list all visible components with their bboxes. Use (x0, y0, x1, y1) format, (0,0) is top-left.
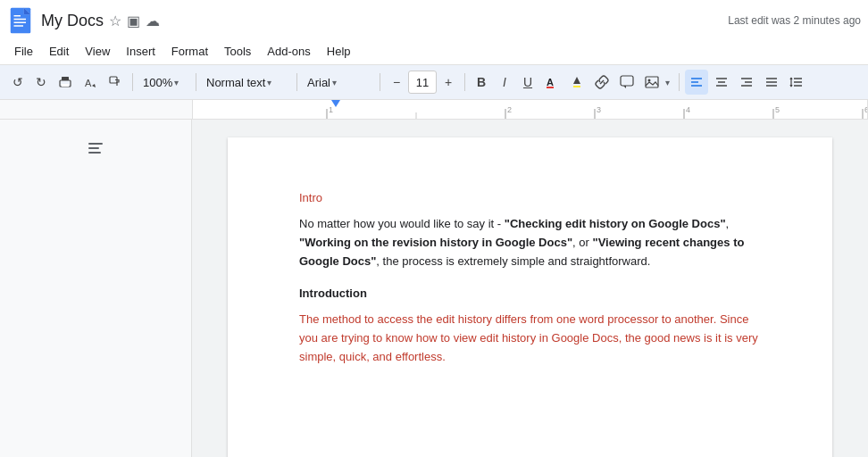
font-size-area: − + (386, 70, 459, 95)
svg-rect-3 (14, 22, 27, 24)
font-chevron: ▾ (332, 78, 337, 87)
link-button[interactable] (590, 70, 613, 95)
svg-text:6: 6 (864, 105, 867, 114)
style-select[interactable]: Normal text ▾ (202, 70, 291, 95)
folder-icon[interactable]: ▣ (127, 12, 140, 29)
svg-text:4: 4 (686, 105, 690, 114)
last-edit-text: Last edit was 2 minutes ago (728, 14, 861, 27)
svg-rect-2 (14, 19, 27, 21)
align-right-button[interactable] (735, 70, 758, 95)
divider-2 (196, 73, 196, 91)
cloud-icon[interactable]: ☁ (146, 12, 160, 29)
google-docs-logo (7, 7, 34, 34)
sidebar (0, 120, 192, 457)
toolbar: ↺ ↻ A 100% ▾ Normal text ▾ Arial ▾ − + B… (0, 64, 868, 100)
menu-addons[interactable]: Add-ons (260, 41, 317, 62)
image-chevron[interactable]: ▾ (665, 78, 670, 87)
menu-help[interactable]: Help (320, 41, 358, 62)
zoom-value: 100% (143, 76, 172, 89)
svg-rect-51 (88, 152, 101, 154)
doc-title[interactable]: My Docs (41, 12, 104, 30)
svg-rect-16 (621, 76, 633, 86)
undo-button[interactable]: ↺ (7, 70, 29, 95)
svg-text:2: 2 (507, 105, 512, 114)
menu-tools[interactable]: Tools (217, 41, 258, 62)
svg-marker-17 (623, 86, 626, 88)
zoom-select[interactable]: 100% ▾ (138, 70, 190, 95)
comment-button[interactable] (615, 70, 638, 95)
italic-button[interactable]: I (494, 70, 515, 95)
style-value: Normal text (206, 76, 265, 89)
menu-format[interactable]: Format (164, 41, 215, 62)
font-value: Arial (307, 76, 330, 89)
text-color-button[interactable]: A (540, 70, 563, 95)
title-section: My Docs ☆ ▣ ☁ Last edit was 2 minutes ag… (41, 12, 861, 30)
section-heading: Introduction (299, 287, 761, 300)
align-left-button[interactable] (685, 70, 708, 95)
paragraph-2: The method to access the edit history di… (299, 311, 761, 366)
menu-bar: File Edit View Insert Format Tools Add-o… (0, 37, 868, 64)
svg-rect-8 (62, 77, 69, 80)
star-icon[interactable]: ☆ (109, 12, 121, 29)
svg-rect-49 (88, 143, 103, 145)
divider-1 (132, 73, 133, 91)
para1-pre: No matter how you would like to say it - (299, 217, 505, 230)
underline-button[interactable]: U (517, 70, 538, 95)
font-size-input[interactable] (408, 71, 437, 94)
title-bar: My Docs ☆ ▣ ☁ Last edit was 2 minutes ag… (0, 0, 868, 37)
bold-button[interactable]: B (471, 70, 492, 95)
style-chevron: ▾ (267, 78, 271, 87)
main-area: Intro No matter how you would like to sa… (0, 120, 868, 457)
paragraph-1: No matter how you would like to say it -… (299, 215, 761, 270)
menu-edit[interactable]: Edit (42, 41, 76, 62)
svg-rect-13 (547, 87, 554, 88)
redo-button[interactable]: ↻ (30, 70, 52, 95)
ruler: 1 2 3 4 5 6 (0, 100, 868, 120)
doc-page: Intro No matter how you would like to sa… (228, 137, 832, 457)
paint-format-button[interactable] (104, 70, 127, 95)
svg-text:1: 1 (329, 105, 333, 114)
para1-bold1: "Checking edit history on Google Docs" (505, 217, 726, 230)
menu-file[interactable]: File (7, 41, 40, 62)
para1-mid2: , or (572, 236, 592, 249)
image-button[interactable] (640, 70, 664, 95)
svg-rect-50 (88, 147, 99, 149)
svg-point-19 (648, 79, 651, 82)
para1-mid1: , (726, 217, 730, 230)
svg-rect-4 (14, 25, 24, 27)
divider-4 (380, 73, 380, 91)
divider-6 (679, 73, 680, 91)
svg-line-15 (600, 80, 604, 84)
divider-3 (296, 73, 297, 91)
menu-view[interactable]: View (78, 41, 117, 62)
svg-rect-14 (573, 86, 580, 87)
spellcheck-button[interactable]: A (79, 70, 102, 95)
print-button[interactable] (54, 70, 77, 95)
font-size-decrease[interactable]: − (386, 70, 407, 95)
svg-text:A: A (547, 77, 554, 87)
ruler-inner: 1 2 3 4 5 6 (192, 100, 868, 120)
svg-rect-18 (646, 77, 658, 87)
para1-post: , the process is extremely simple and st… (376, 254, 650, 268)
font-select[interactable]: Arial ▾ (303, 70, 374, 95)
align-center-button[interactable] (710, 70, 733, 95)
doc-area[interactable]: Intro No matter how you would like to sa… (192, 120, 868, 457)
outline-icon[interactable] (86, 137, 105, 159)
svg-rect-1 (14, 15, 21, 17)
font-size-increase[interactable]: + (438, 70, 459, 95)
svg-rect-9 (62, 84, 69, 87)
svg-text:A: A (85, 78, 92, 88)
para1-bold2: "Working on the revision history in Goog… (299, 236, 572, 249)
doc-title-row: My Docs ☆ ▣ ☁ Last edit was 2 minutes ag… (41, 12, 861, 30)
zoom-chevron: ▾ (174, 78, 179, 87)
menu-insert[interactable]: Insert (119, 41, 163, 62)
align-justify-button[interactable] (760, 70, 783, 95)
line-spacing-button[interactable] (785, 70, 808, 95)
svg-text:3: 3 (597, 105, 601, 114)
highlight-color-button[interactable] (565, 70, 588, 95)
divider-5 (464, 73, 465, 91)
intro-label: Intro (299, 191, 761, 204)
svg-text:5: 5 (775, 105, 780, 114)
